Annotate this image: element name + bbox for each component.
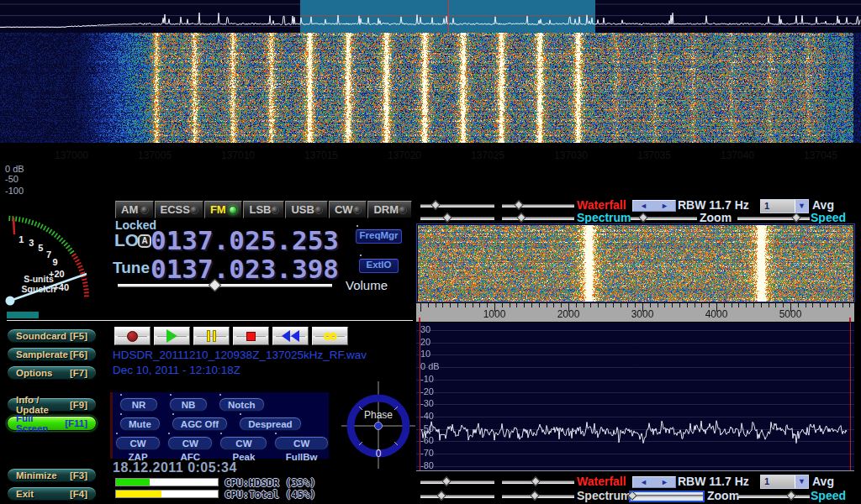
spectrum-label: Spectrum — [577, 211, 631, 224]
speed-label: Speed — [811, 211, 846, 224]
record-icon — [127, 331, 138, 342]
nav-button-full-screen[interactable]: Full Screen[F11] — [7, 416, 97, 431]
spectrum-ref-slider[interactable] — [420, 214, 494, 223]
dsp-button-cw-afc[interactable]: CW AFC — [167, 436, 213, 450]
nav-button-options[interactable]: Options[F7] — [7, 365, 97, 381]
rbw-spinner[interactable]: ◄ ► — [632, 200, 676, 212]
nav-button-name: Soundcard — [16, 331, 66, 341]
dsp-button-cw-fullbw[interactable]: CW FullBw — [274, 436, 329, 450]
af-db-label: 0 dB — [420, 361, 440, 371]
loop-button[interactable] — [312, 327, 348, 345]
nav-button-soundcard[interactable]: Soundcard[F5] — [7, 328, 97, 344]
af-db-label: -50 — [420, 423, 434, 433]
smeter-scale-number: 9 — [52, 257, 57, 267]
rewind-button[interactable] — [272, 327, 309, 345]
freqmgr-button[interactable]: FreqMgr — [356, 229, 402, 244]
dsp-panel: NRNBNotchMuteAGC OffDespreadCW ZAPCW AFC… — [113, 392, 329, 459]
dsp-row: MuteAGC OffDespread — [119, 417, 329, 431]
cpu-hdsdr-label: CPU:HDSDR (33%) — [224, 477, 315, 489]
cpu-total-label: CPU:Total (45%) — [224, 489, 315, 501]
lo-frequency-display[interactable]: 0137.025.253 — [151, 225, 339, 255]
mode-button-am[interactable]: AM — [115, 201, 154, 218]
rf-spectrum[interactable] — [0, 0, 861, 33]
spinner-right-icon[interactable]: ► — [661, 478, 668, 486]
record-button[interactable] — [114, 327, 151, 345]
slider-thumb[interactable] — [787, 491, 796, 500]
squelch-indicator[interactable] — [7, 312, 39, 318]
spectrum-ref-slider-bottom[interactable] — [420, 492, 494, 501]
slider-thumb[interactable] — [441, 476, 451, 486]
nav-button-minimize[interactable]: Minimize[F3] — [7, 468, 97, 483]
mode-button-ecss[interactable]: ECSS — [155, 201, 203, 218]
dsp-button-despread[interactable]: Despread — [239, 417, 301, 431]
dropdown-arrow-icon[interactable]: ▼ — [795, 475, 808, 488]
rf-scale-label: 137015 — [296, 150, 346, 161]
stop-button[interactable] — [233, 327, 269, 345]
nav-button-info-update[interactable]: Info / Update[F9] — [7, 397, 97, 412]
slider-thumb[interactable] — [431, 200, 441, 209]
spectrum-label-bottom: Spectrum — [577, 489, 631, 502]
waterfall-brightness-slider[interactable] — [420, 202, 494, 210]
lock-a-button[interactable]: A — [138, 234, 151, 248]
spectrum-range-slider[interactable] — [502, 214, 574, 223]
volume-slider-thumb[interactable] — [208, 279, 221, 292]
nav-button-fkey: [F6] — [70, 349, 87, 360]
waterfall-brightness-slider-bottom[interactable] — [420, 478, 494, 486]
slider-thumb[interactable] — [531, 476, 541, 486]
slider-thumb[interactable] — [443, 213, 452, 222]
cpu-total-meter — [115, 490, 219, 498]
spinner-left-icon[interactable]: ◄ — [640, 478, 647, 486]
dropdown-arrow-icon[interactable]: ▼ — [795, 200, 808, 213]
dsp-button-mute[interactable]: Mute — [119, 417, 161, 431]
mode-button-usb[interactable]: USB — [285, 201, 327, 218]
slider-thumb[interactable] — [530, 491, 539, 500]
clock-display: 18.12.2011 0:05:34 — [113, 460, 237, 475]
dsp-button-agc-off[interactable]: AGC Off — [172, 417, 228, 431]
nav-button-name: Info / Update — [16, 395, 70, 415]
tune-frequency-display[interactable]: 0137.023.398 — [151, 254, 339, 284]
af-spectrum[interactable] — [416, 323, 854, 470]
volume-slider[interactable] — [118, 281, 332, 290]
zoom-slider[interactable] — [631, 214, 697, 223]
dsp-button-notch[interactable]: Notch — [219, 397, 265, 412]
speed-slider-bottom[interactable] — [737, 492, 810, 501]
spectrum-range-slider-bottom[interactable] — [502, 492, 574, 501]
waterfall-contrast-slider[interactable] — [502, 202, 574, 210]
separator-line — [7, 320, 413, 321]
af-waterfall[interactable] — [418, 225, 853, 302]
play-button[interactable] — [154, 327, 190, 345]
speed-slider[interactable] — [737, 214, 810, 223]
avg-count-select[interactable]: 1 ▼ — [760, 199, 809, 213]
slider-thumb[interactable] — [514, 200, 523, 209]
dsp-button-cw-peak[interactable]: CW Peak — [219, 436, 267, 450]
mode-button-drm[interactable]: DRM — [367, 201, 412, 218]
mode-label: FM — [210, 203, 226, 216]
mode-led-icon — [399, 206, 407, 214]
slider-thumb[interactable] — [638, 213, 647, 222]
volume-slider-track[interactable] — [118, 284, 332, 287]
pause-button[interactable] — [193, 327, 230, 345]
rbw-spinner-bottom[interactable]: ◄ ► — [632, 476, 676, 488]
dsp-button-nb[interactable]: NB — [169, 397, 208, 412]
af-scale-label: 3000 — [617, 308, 668, 320]
slider-thumb[interactable] — [436, 491, 446, 500]
waterfall-contrast-slider-bottom[interactable] — [502, 478, 574, 486]
nav-button-samplerate[interactable]: Samplerate[F6] — [7, 347, 97, 362]
nav-button-fkey: [F4] — [70, 489, 87, 499]
mode-label: LSB — [249, 203, 271, 216]
spinner-right-icon[interactable]: ► — [661, 202, 668, 210]
waterfall-label-bottom: Waterfall — [577, 475, 626, 488]
mode-button-fm[interactable]: FM — [204, 201, 243, 218]
dsp-button-cw-zap[interactable]: CW ZAP — [115, 436, 161, 450]
spinner-left-icon[interactable]: ◄ — [640, 202, 647, 210]
mode-button-lsb[interactable]: LSB — [243, 201, 284, 218]
rf-scale-label: 137030 — [546, 150, 596, 161]
mode-button-cw[interactable]: CW — [329, 201, 367, 218]
slider-thumb[interactable] — [792, 213, 801, 222]
zoom-slider-bottom[interactable] — [631, 492, 703, 501]
nav-button-exit[interactable]: Exit[F4] — [7, 486, 97, 501]
avg-count-select-bottom[interactable]: 1 ▼ — [760, 475, 809, 489]
slider-thumb[interactable] — [516, 213, 526, 222]
extio-button[interactable]: ExtIO — [359, 259, 399, 273]
dsp-button-nr[interactable]: NR — [119, 397, 158, 412]
